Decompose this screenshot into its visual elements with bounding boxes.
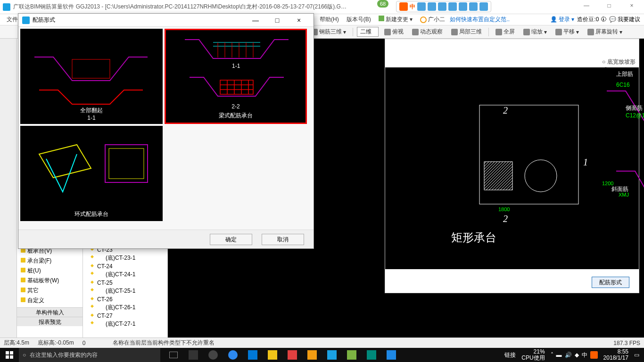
label-dim-1800: 1800 <box>498 206 510 212</box>
taskbar-app-icon[interactable] <box>204 348 223 362</box>
windows-taskbar: ○ 在这里输入你要搜索的内容 链接 21%CPU使用 ˄ ▬ 🔊 ◆ 中 8:5… <box>0 348 644 362</box>
list-item[interactable]: (底)CT-27-1 <box>85 320 165 329</box>
tree-item-pile[interactable]: 桩(U) <box>21 266 81 276</box>
dynamic-observe-button[interactable]: 动态观察 <box>409 27 446 37</box>
label-dim-2: 2 <box>503 105 508 116</box>
fullscreen-button[interactable]: 全屏 <box>493 27 518 37</box>
start-button[interactable] <box>0 348 19 362</box>
ime-keyboard-icon[interactable] <box>448 2 457 11</box>
zoom-button[interactable]: 缩放 ▾ <box>520 27 550 37</box>
thumb-beam-cap[interactable]: 1-1 2-2 梁式配筋承台 <box>165 29 307 124</box>
thumb-all-flip[interactable]: 全部翻起1-1 <box>20 29 163 124</box>
dialog-title: 配筋形式 <box>33 16 55 24</box>
report-preview-tab[interactable]: 报表预览 <box>17 317 83 326</box>
tray-link[interactable]: 链接 <box>504 351 516 359</box>
window-close-button[interactable]: × <box>622 2 641 12</box>
reinforcement-diagram-canvas: 上部筋 6C16 侧面筋 C12@150 箍筋 C12@150(6) 90 下部… <box>385 67 639 269</box>
list-item[interactable]: CT-27 <box>85 312 165 320</box>
menu-version[interactable]: 版本号(B) <box>344 15 374 25</box>
tray-sogou-icon[interactable] <box>590 351 598 359</box>
tray-clock[interactable]: 8:552018/1/17 <box>601 348 631 362</box>
ime-skin-icon[interactable] <box>459 2 467 11</box>
sogou-icon[interactable] <box>399 2 408 11</box>
label-dim-1200: 1200 <box>602 181 613 186</box>
task-view-icon[interactable] <box>164 348 183 362</box>
dialog-close-button[interactable]: × <box>288 15 310 26</box>
help-tip-link[interactable]: 如何快速布置自定义范.. <box>450 16 510 24</box>
list-item[interactable]: (底)CT-26-1 <box>85 303 165 312</box>
svg-rect-50 <box>6 355 9 359</box>
ime-settings-icon[interactable] <box>479 2 488 11</box>
ime-tool-icon[interactable] <box>469 2 478 11</box>
svg-point-27 <box>525 160 557 192</box>
plan-shapes-svg <box>470 96 593 218</box>
tray-network-icon[interactable]: ▬ <box>556 352 562 358</box>
dialog-maximize-button[interactable]: □ <box>266 15 288 26</box>
ok-button[interactable]: 确定 <box>210 234 252 245</box>
tray-volume-icon[interactable]: 🔊 <box>565 352 572 358</box>
window-maximize-button[interactable]: □ <box>600 2 619 12</box>
status-fps: 187.3 FPS <box>613 340 640 346</box>
top-view-button[interactable]: 俯视 <box>381 27 406 37</box>
tray-chevron-icon[interactable]: ˄ <box>551 352 553 358</box>
reinforcement-form-button[interactable]: 配筋形式 <box>592 277 629 288</box>
cancel-button[interactable]: 取消 <box>262 234 304 245</box>
list-item[interactable]: CT-26 <box>85 296 165 303</box>
svg-rect-49 <box>10 351 13 354</box>
list-item[interactable]: CT-24 <box>85 263 165 270</box>
thumb-ring-cap[interactable]: 环式配筋承台 <box>20 126 163 221</box>
taskbar-explorer-icon[interactable] <box>263 348 282 362</box>
list-item[interactable]: (底)CT-23-1 <box>85 254 165 263</box>
list-item[interactable]: (底)CT-25-1 <box>85 287 165 296</box>
tray-notifications-icon[interactable]: ▭ <box>634 352 639 358</box>
gxd-button[interactable]: 广小二 <box>417 15 448 25</box>
tray-app-icon[interactable]: ◆ <box>575 352 579 358</box>
dialog-icon <box>22 16 30 24</box>
ime-toolbar[interactable]: 中 <box>396 1 491 12</box>
list-item[interactable]: (底)CT-24-1 <box>85 270 165 279</box>
taskbar-app-icon[interactable] <box>342 348 361 362</box>
feedback-button[interactable]: 💬 我要建议 <box>609 16 640 24</box>
ime-voice-icon[interactable] <box>438 2 446 11</box>
tree-item-custom[interactable]: 自定义 <box>21 296 81 305</box>
taskbar-app-icon[interactable] <box>303 348 322 362</box>
taskbar-edge-icon[interactable] <box>243 348 262 362</box>
taskbar-app-icon[interactable] <box>322 348 341 362</box>
app-icon <box>3 3 10 11</box>
dialog-minimize-button[interactable]: — <box>245 15 266 26</box>
local-3d-button[interactable]: 局部三维 <box>448 27 485 37</box>
label-side-rebar: 侧面筋 C12@150 <box>626 104 644 119</box>
svg-rect-26 <box>484 162 512 190</box>
ime-lang[interactable]: 中 <box>410 3 415 11</box>
window-minimize-button[interactable]: — <box>577 2 596 12</box>
window-titlebar: 广联达BIM钢筋算量软件 GGJ2013 - [C:\Users\Adminis… <box>0 0 644 14</box>
taskbar-app-icon[interactable] <box>382 348 401 362</box>
menu-help[interactable]: 帮助(H) <box>317 15 342 25</box>
search-placeholder: 在这里输入你要搜索的内容 <box>30 351 98 359</box>
single-input-tab[interactable]: 单构件输入 <box>17 307 83 317</box>
tree-item-other[interactable]: 其它 <box>21 286 81 296</box>
tray-cpu[interactable]: 21%CPU使用 <box>519 348 547 362</box>
tray-lang[interactable]: 中 <box>582 351 587 359</box>
ime-emoji-icon[interactable] <box>428 2 436 11</box>
screen-rotate-button[interactable]: 屏幕旋转 ▾ <box>585 27 625 37</box>
new-change-button[interactable]: 新建变更 ▾ <box>376 15 415 25</box>
taskbar-app-icon[interactable] <box>184 348 203 362</box>
label-top-rebar: 上部筋 6C16 <box>616 67 639 89</box>
ime-punct-icon[interactable] <box>417 2 426 11</box>
list-item[interactable]: CT-25 <box>85 279 165 287</box>
taskbar-ie-icon[interactable] <box>223 348 242 362</box>
view-mode-combo[interactable]: 二维 <box>357 27 379 37</box>
ime-badge: 68 <box>377 0 388 8</box>
tree-item-base-strip[interactable]: 基础板带(W) <box>21 276 81 286</box>
pan-button[interactable]: 平移 ▾ <box>553 27 582 37</box>
steel-3d-button[interactable]: 钢筋三维 ▾ <box>308 27 349 37</box>
taskbar-app-icon[interactable] <box>362 348 381 362</box>
dialog-footer: 确定 取消 <box>18 230 314 248</box>
login-button[interactable]: 👤 登录 ▾ <box>550 16 575 24</box>
taskbar-app-icon[interactable] <box>283 348 302 362</box>
status-bar: 层高:4.5m 底标高:-0.05m 0 名称在当前层当前构件类型下不允许重名 … <box>0 337 644 348</box>
taskbar-search[interactable]: ○ 在这里输入你要搜索的内容 <box>19 348 160 362</box>
tree-item-cap-beam[interactable]: 承台梁(F) <box>21 256 81 266</box>
dialog-thumbnails-grid: 全部翻起1-1 1-1 2-2 梁式配筋承台 <box>18 27 314 230</box>
